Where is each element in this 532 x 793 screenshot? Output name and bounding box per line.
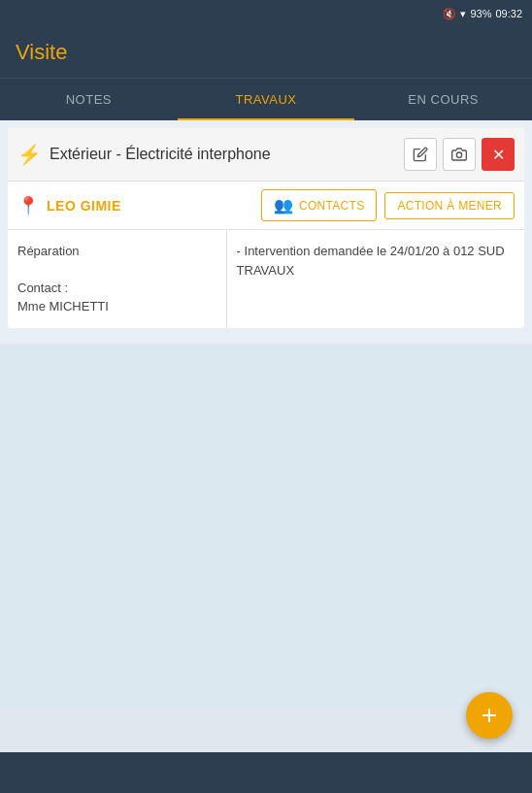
bottom-bar — [0, 752, 532, 793]
card-body-right: - Intervention demandée le 24/01/20 à 01… — [227, 230, 524, 328]
card-title: Extérieur - Électricité interphone — [50, 146, 396, 163]
repair-type: Réparation — [17, 242, 216, 261]
tab-en-cours[interactable]: EN COURS — [354, 79, 532, 120]
battery-text: 93% — [470, 8, 491, 19]
status-icons: 🔇 ▾ 93% 09:32 — [443, 8, 522, 20]
action-button[interactable]: ACTION À MENER — [384, 192, 515, 219]
svg-point-0 — [456, 152, 461, 157]
edit-button[interactable] — [404, 138, 437, 171]
location-row: 📍 LEO GIMIE 👥 CONTACTS ACTION À MENER — [8, 182, 524, 230]
tab-bar: NOTES TRAVAUX EN COURS — [0, 78, 532, 120]
card-body-left: Réparation Contact : Mme MICHETTI — [8, 230, 227, 328]
location-pin-icon: 📍 — [17, 195, 39, 216]
wifi-icon: ▾ — [460, 8, 466, 20]
main-content: ⚡ Extérieur - Électricité interphone — [0, 120, 532, 344]
status-bar: 🔇 ▾ 93% 09:32 — [0, 0, 532, 27]
camera-button[interactable] — [443, 138, 476, 171]
content-area — [0, 344, 532, 712]
contacts-icon: 👥 — [274, 196, 293, 215]
close-button[interactable]: ✕ — [482, 138, 515, 171]
contacts-button[interactable]: 👥 CONTACTS — [261, 189, 378, 221]
tab-notes[interactable]: NOTES — [0, 79, 178, 120]
card-actions: ✕ — [404, 138, 515, 171]
app-header: Visite — [0, 27, 532, 78]
card-body: Réparation Contact : Mme MICHETTI - Inte… — [8, 230, 524, 328]
time-text: 09:32 — [495, 8, 522, 19]
contact-name: Mme MICHETTI — [17, 299, 109, 314]
work-card: ⚡ Extérieur - Électricité interphone — [8, 128, 524, 328]
card-header: ⚡ Extérieur - Électricité interphone — [8, 128, 524, 182]
mute-icon: 🔇 — [443, 8, 456, 20]
fab-add-button[interactable]: + — [466, 692, 513, 739]
intervention-text: - Intervention demandée le 24/01/20 à 01… — [237, 242, 515, 280]
tab-travaux[interactable]: TRAVAUX — [178, 79, 355, 120]
contact-label: Contact : Mme MICHETTI — [17, 279, 216, 316]
lightning-icon: ⚡ — [17, 143, 42, 166]
app-title: Visite — [16, 40, 67, 65]
location-name: LEO GIMIE — [47, 198, 253, 214]
close-icon: ✕ — [492, 146, 505, 164]
